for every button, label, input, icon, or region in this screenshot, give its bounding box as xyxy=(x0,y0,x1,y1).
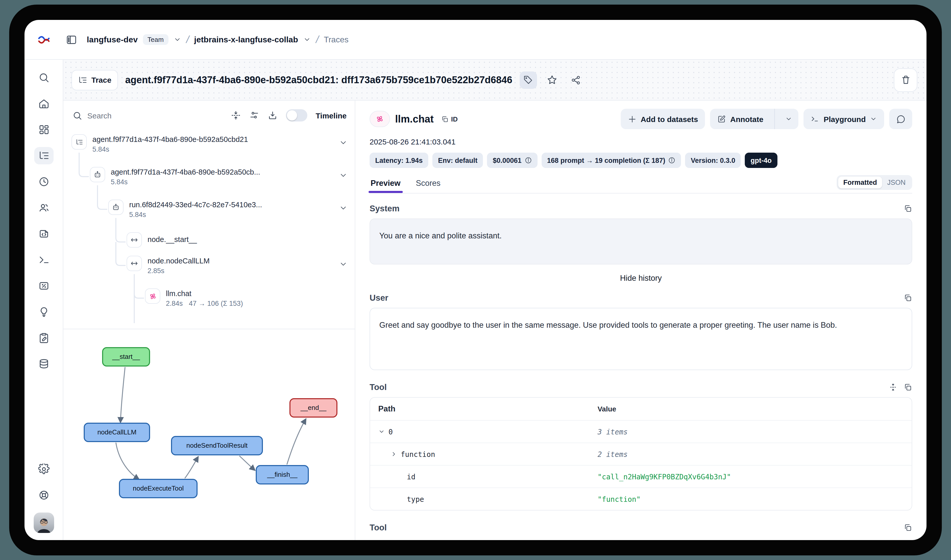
sidebar-item-sessions[interactable] xyxy=(34,173,53,191)
sidebar-item-prompts[interactable] xyxy=(34,225,53,243)
json-row-id[interactable]: id "call_n2HaWg9KFP0BZDqXv6G4b3nJ" xyxy=(370,465,912,488)
search-icon xyxy=(72,111,82,120)
tree-row-node-callllm[interactable]: node.nodeCallLLM2.85s xyxy=(63,256,355,275)
timeline-toggle[interactable] xyxy=(286,109,308,122)
tree-row-node-start[interactable]: node.__start__ xyxy=(63,232,355,248)
json-row-type[interactable]: type "function" xyxy=(370,488,912,510)
sidebar-item-dashboards[interactable] xyxy=(34,121,53,138)
graph-node-start[interactable]: __start__ xyxy=(103,348,149,366)
collapse-all-icon[interactable] xyxy=(231,110,241,120)
graph-node-sendtoolresult[interactable]: nodeSendToolResult xyxy=(171,437,262,455)
dashboard-grid-icon xyxy=(38,124,49,135)
sidebar-item-tracing[interactable] xyxy=(34,147,53,165)
generation-icon-pill xyxy=(369,111,390,127)
sidebar-item-settings[interactable] xyxy=(34,460,53,478)
download-icon[interactable] xyxy=(268,110,278,120)
tree-row-trace[interactable]: agent.f9f77d1a-437f-4ba6-890e-b592a50cbd… xyxy=(63,134,355,153)
tree-row-agent[interactable]: agent.f9f77d1a-437f-4ba6-890e-b592a50cb.… xyxy=(63,167,355,186)
tokens-badge[interactable]: 168 prompt → 19 completion (Σ 187) xyxy=(541,152,681,168)
breadcrumb-org[interactable]: langfuse-dev xyxy=(87,35,138,44)
sidebar-item-support[interactable] xyxy=(34,486,53,504)
observation-detail-panel: llm.chat ID Add to datasets xyxy=(355,100,926,540)
tags-button[interactable] xyxy=(519,71,537,89)
svg-text:nodeExecuteTool: nodeExecuteTool xyxy=(133,485,183,492)
agent-graph[interactable]: __start__ nodeCallLLM nodeSendToolResult xyxy=(63,329,355,540)
observation-title: llm.chat xyxy=(395,113,434,125)
tree-row-llm-chat[interactable]: llm.chat2.84s47 → 106 (Σ 153) xyxy=(63,288,355,307)
tab-preview[interactable]: Preview xyxy=(369,175,402,193)
copy-icon[interactable] xyxy=(903,523,912,532)
tab-scores[interactable]: Scores xyxy=(415,175,442,193)
edit-pen-icon xyxy=(717,115,726,123)
copy-id-button[interactable]: ID xyxy=(441,115,458,123)
chevron-down-icon[interactable] xyxy=(303,36,311,43)
graph-node-finish[interactable]: __finish__ xyxy=(256,466,308,484)
chevron-down-icon[interactable] xyxy=(173,36,181,43)
breadcrumb-separator: / xyxy=(315,34,320,45)
breadcrumb-page[interactable]: Traces xyxy=(324,35,349,44)
top-header: langfuse-dev Team / jetbrains-x-langfuse… xyxy=(25,20,926,60)
system-message-box: You are a nice and polite assistant. xyxy=(369,218,912,265)
copy-icon[interactable] xyxy=(903,204,912,213)
json-row-function[interactable]: function 2 items xyxy=(370,443,912,465)
sidebar-item-scores[interactable] xyxy=(34,277,53,295)
user-avatar[interactable] xyxy=(34,512,54,533)
share-button[interactable] xyxy=(567,72,584,88)
users-icon xyxy=(38,202,49,213)
chevron-down-icon[interactable] xyxy=(339,171,348,180)
comments-button[interactable] xyxy=(889,109,912,129)
trash-icon xyxy=(900,75,911,85)
chevron-down-icon[interactable] xyxy=(339,204,348,212)
expand-rows-icon[interactable] xyxy=(889,383,897,392)
sidebar-item-datasets[interactable] xyxy=(34,355,53,373)
search-input[interactable] xyxy=(87,111,149,120)
annotate-split-button: Annotate xyxy=(710,109,799,129)
model-badge[interactable]: gpt-4o xyxy=(745,152,777,168)
sidebar-item-search[interactable] xyxy=(34,69,53,86)
tree-row-run[interactable]: run.6f8d2449-33ed-4c7c-82e7-5410e3...5.8… xyxy=(63,200,355,218)
annotate-dropdown-button[interactable] xyxy=(779,109,799,129)
detail-scroll-area[interactable]: System You are a nice and polite assista… xyxy=(369,194,912,540)
sidebar-item-users[interactable] xyxy=(34,199,53,217)
search-icon xyxy=(38,72,49,83)
format-option-json[interactable]: JSON xyxy=(882,177,911,188)
sidebar-item-evaluators[interactable] xyxy=(34,303,53,321)
observation-tree: agent.f9f77d1a-437f-4ba6-890e-b592a50cbd… xyxy=(63,130,355,329)
sidebar-item-playground[interactable] xyxy=(34,251,53,269)
comment-bubble-icon xyxy=(896,114,906,124)
search-box[interactable] xyxy=(72,111,223,120)
annotate-button[interactable]: Annotate xyxy=(710,109,771,129)
chevron-down-icon[interactable] xyxy=(378,428,385,435)
info-icon xyxy=(668,157,676,164)
graph-node-end[interactable]: __end__ xyxy=(290,399,337,417)
json-row-0[interactable]: 0 3 items xyxy=(370,420,912,443)
playground-button[interactable]: Playground xyxy=(804,109,884,129)
breadcrumb-project[interactable]: jetbrains-x-langfuse-collab xyxy=(194,35,298,44)
graph-node-executetool[interactable]: nodeExecuteTool xyxy=(120,479,197,498)
left-sidebar xyxy=(25,60,63,540)
hide-history-link[interactable]: Hide history xyxy=(369,274,912,283)
delete-trace-button[interactable] xyxy=(894,68,917,92)
favorite-button[interactable] xyxy=(544,72,560,88)
copy-icon[interactable] xyxy=(903,383,912,392)
clock-icon xyxy=(38,176,49,187)
chevron-right-icon[interactable] xyxy=(391,451,397,457)
breadcrumb-separator: / xyxy=(185,34,190,45)
trace-header-bar: Trace agent.f9f77d1a-437f-4ba6-890e-b592… xyxy=(63,60,926,100)
graph-node-callllm[interactable]: nodeCallLLM xyxy=(84,423,149,442)
format-option-formatted[interactable]: Formatted xyxy=(838,177,882,188)
chevron-down-icon[interactable] xyxy=(339,260,348,269)
bot-icon xyxy=(112,203,120,211)
copy-icon[interactable] xyxy=(903,294,912,302)
trace-badge-label: Trace xyxy=(91,75,111,84)
settings-sliders-icon[interactable] xyxy=(249,110,260,120)
add-to-datasets-button[interactable]: Add to datasets xyxy=(621,109,705,129)
cost-badge[interactable]: $0.00061 xyxy=(487,152,537,168)
tool-section-title: Tool xyxy=(369,382,387,392)
sidebar-toggle-icon[interactable] xyxy=(63,31,80,48)
sidebar-item-annotation[interactable] xyxy=(34,329,53,347)
info-icon xyxy=(525,157,532,164)
sidebar-item-home[interactable] xyxy=(34,95,53,112)
plus-icon xyxy=(628,115,637,123)
chevron-down-icon[interactable] xyxy=(339,138,348,147)
